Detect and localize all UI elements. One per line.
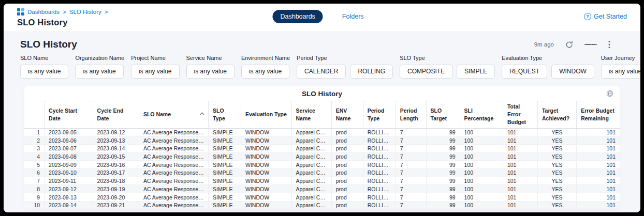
filter-label: Project Name <box>131 55 179 61</box>
refresh-icon[interactable] <box>565 41 573 49</box>
table-row[interactable]: 52023-09-092023-09-16AC Average Response… <box>24 161 620 169</box>
table-cell: 2023-09-14 <box>45 201 93 209</box>
breadcrumb-link-slo-history[interactable]: SLO History <box>69 9 101 15</box>
table-cell: YES <box>537 193 576 202</box>
table-title: SLO History <box>24 86 620 101</box>
filter-chip[interactable]: is any value <box>601 65 640 79</box>
table-row[interactable]: 92023-09-132023-09-20AC Average Response… <box>24 193 620 202</box>
tab-folders[interactable]: Folders <box>334 10 372 23</box>
filter-chip[interactable]: is any value <box>131 65 179 79</box>
table-cell: prod <box>331 185 363 193</box>
table-cell: 100 <box>460 185 503 193</box>
table-cell: ROLLING <box>363 201 396 209</box>
column-header[interactable]: Total Error Budget <box>503 101 537 129</box>
table-cell: ROLLING <box>363 152 396 161</box>
table-cell: Apparel Catal… <box>291 128 331 136</box>
table-cell: WINDOW <box>241 177 292 185</box>
table-cell: 99 <box>426 201 460 209</box>
table-cell: ROLLING <box>363 136 396 145</box>
table-cell: 2023-09-20 <box>93 193 139 202</box>
table-cell: 100 <box>460 177 503 185</box>
table-cell: 2023-09-07 <box>45 145 93 153</box>
filter-chip[interactable]: COMPOSITE <box>400 65 452 79</box>
table-cell: ROLLING <box>363 145 396 153</box>
table-row[interactable]: 72023-09-112023-09-18AC Average Response… <box>24 177 620 185</box>
column-header[interactable]: Error Budget Remaining <box>577 101 620 129</box>
table-cell: WINDOW <box>241 193 292 202</box>
panel-meta: 9m ago <box>534 40 610 49</box>
tab-dashboards[interactable]: Dashboards <box>272 10 323 23</box>
globe-icon[interactable] <box>606 90 613 99</box>
last-refreshed-label: 9m ago <box>534 41 554 48</box>
table-cell: WINDOW <box>241 152 292 161</box>
table-cell: YES <box>537 136 576 145</box>
column-header[interactable]: Period Type <box>363 101 396 129</box>
table-header-row: Cycle Start DateCycle End DateSLO NameSL… <box>24 101 620 129</box>
table-cell: 101 <box>503 177 537 185</box>
kebab-menu-icon[interactable] <box>608 40 610 49</box>
breadcrumb-link-dashboards[interactable]: Dashboards <box>27 9 60 15</box>
table-row[interactable]: 32023-09-072023-09-14AC Average Response… <box>24 145 620 153</box>
slo-history-table: Cycle Start DateCycle End DateSLO NameSL… <box>24 101 620 210</box>
column-header[interactable]: ENV Name <box>331 101 363 129</box>
table-cell: 7 <box>396 201 426 209</box>
table-cell: 7 <box>396 169 426 177</box>
table-cell: 2023-09-21 <box>93 201 139 209</box>
table-cell: 100 <box>460 201 503 209</box>
table-body: 12023-09-052023-09-12AC Average Response… <box>24 128 620 209</box>
table-cell: AC Average Response Time <box>139 185 208 193</box>
column-header[interactable]: Period Length <box>396 101 426 129</box>
filter-chip[interactable]: is any value <box>20 65 68 79</box>
column-header[interactable]: Evaluation Type <box>241 101 292 129</box>
filter-group: Organization Nameis any value <box>75 55 124 79</box>
dashboards-grid-icon <box>17 8 24 16</box>
table-cell: Apparel Catal… <box>291 161 331 169</box>
table-cell: SIMPLE <box>209 152 241 161</box>
table-cell: 99 <box>426 177 460 185</box>
filter-chip[interactable]: is any value <box>75 65 123 79</box>
table-cell: 99 <box>426 152 460 161</box>
filter-chip[interactable]: SIMPLE <box>457 65 495 79</box>
filter-chip[interactable]: is any value <box>241 65 289 79</box>
table-cell: AC Average Response Time <box>139 193 208 202</box>
column-header[interactable]: SLI Percentage <box>460 101 503 129</box>
table-row[interactable]: 22023-09-062023-09-13AC Average Response… <box>24 136 620 145</box>
table-row[interactable]: 102023-09-142023-09-21AC Average Respons… <box>24 201 620 209</box>
row-index: 7 <box>24 177 45 185</box>
table-cell: YES <box>537 201 576 209</box>
table-cell: 100 <box>460 152 503 161</box>
table-cell: 100 <box>460 193 503 202</box>
table-cell: 2023-09-18 <box>93 177 139 185</box>
filter-chip[interactable]: WINDOW <box>551 65 594 79</box>
column-header[interactable]: SLO Type <box>209 101 241 129</box>
column-header[interactable]: Service Name <box>291 101 331 129</box>
get-started-button[interactable]: ? Get Started <box>584 13 627 20</box>
filter-chip[interactable]: CALENDER <box>297 65 346 79</box>
column-header[interactable]: Cycle Start Date <box>45 101 93 129</box>
table-cell: 2023-09-08 <box>45 152 93 161</box>
filter-icon[interactable] <box>584 43 597 46</box>
filter-chip[interactable]: is any value <box>186 65 235 79</box>
table-row[interactable]: 12023-09-052023-09-12AC Average Response… <box>24 128 620 136</box>
table-cell: 2023-09-12 <box>93 128 139 136</box>
table-cell: prod <box>331 152 363 161</box>
filter-chip[interactable]: ROLLING <box>350 65 393 79</box>
table-cell: ROLLING <box>363 177 396 185</box>
column-header[interactable]: Cycle End Date <box>93 101 139 129</box>
table-cell: 2023-09-06 <box>45 136 93 145</box>
table-cell: AC Average Response Time <box>139 128 208 136</box>
table-cell: 101 <box>503 128 537 136</box>
table-row[interactable]: 62023-09-102023-09-17AC Average Response… <box>24 169 620 177</box>
table-row[interactable]: 82023-09-122023-09-19AC Average Response… <box>24 185 620 193</box>
column-header[interactable]: SLO Name <box>139 101 208 129</box>
row-index: 8 <box>24 185 45 193</box>
table-cell: 2023-09-17 <box>93 169 139 177</box>
row-index: 3 <box>24 145 45 153</box>
table-row[interactable]: 42023-09-082023-09-15AC Average Response… <box>24 152 620 161</box>
table-cell: 7 <box>396 185 426 193</box>
column-header[interactable]: SLO Target <box>426 101 460 129</box>
table-cell: 100 <box>460 145 503 153</box>
column-header[interactable]: Target Achieved? <box>537 101 576 129</box>
filter-chip[interactable]: REQUEST <box>502 65 547 79</box>
table-cell: 2023-09-10 <box>45 169 93 177</box>
